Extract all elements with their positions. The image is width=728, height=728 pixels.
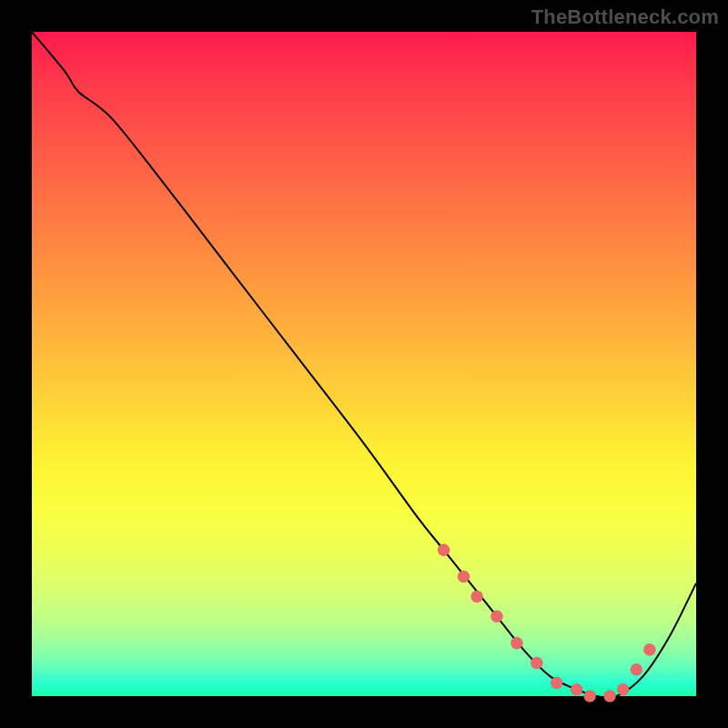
highlight-marker <box>643 643 655 655</box>
plot-area <box>32 32 696 696</box>
highlight-marker <box>438 544 450 556</box>
highlight-marker <box>551 677 562 689</box>
highlight-markers <box>438 544 655 703</box>
highlight-marker <box>571 683 582 695</box>
bottleneck-curve-path <box>32 32 696 698</box>
highlight-marker <box>490 611 502 622</box>
watermark-text: TheBottleneck.com <box>531 5 719 29</box>
highlight-marker <box>458 571 470 582</box>
highlight-marker <box>531 657 542 669</box>
highlight-marker <box>584 690 596 702</box>
highlight-marker <box>471 591 483 602</box>
highlight-marker <box>631 663 642 675</box>
highlight-marker <box>604 690 616 702</box>
curve-layer <box>32 32 696 696</box>
chart-frame: TheBottleneck.com <box>0 0 728 728</box>
highlight-marker <box>617 683 629 695</box>
highlight-marker <box>511 637 522 649</box>
